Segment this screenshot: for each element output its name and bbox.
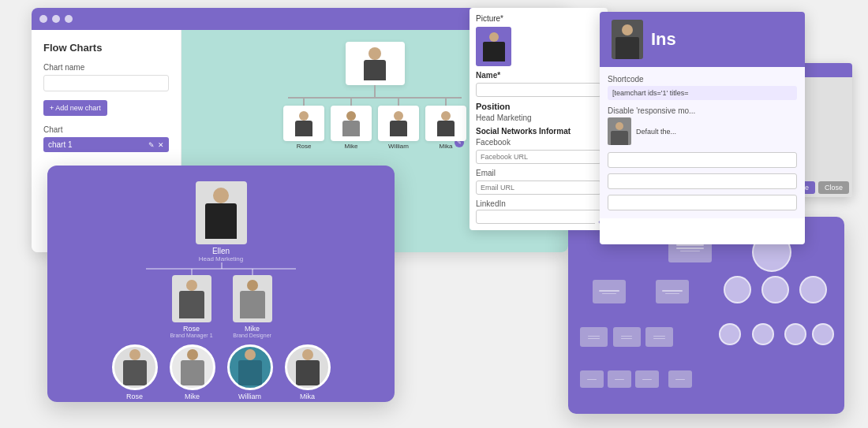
- circle-rose-name: Rose: [126, 393, 143, 400]
- hier-l4-1: [580, 370, 604, 388]
- person-head: [369, 47, 381, 60]
- purple-circles-row: Rose Mike William: [63, 344, 379, 400]
- hier-l2-1: [593, 280, 626, 303]
- purple-org-right: [568, 217, 844, 414]
- hl-f1: [587, 379, 597, 380]
- hier-circle-3a: [719, 323, 741, 345]
- circle-william: William: [227, 344, 273, 400]
- edit-icon[interactable]: ✎: [148, 141, 155, 149]
- circle-mika-name: Mika: [300, 393, 315, 400]
- circle-rose-avatar: [112, 344, 158, 390]
- purple-level2: Rose Brand Manager 1 Mike Brand Designer: [63, 269, 379, 338]
- child-head-4: [441, 111, 451, 121]
- dt-head: [615, 122, 623, 130]
- child-node-1: [283, 106, 324, 141]
- org-top-node: ✎: [346, 42, 405, 85]
- hier-l4-3: [635, 370, 659, 388]
- linkedin-input[interactable]: [476, 210, 601, 224]
- hl-a1: [599, 290, 619, 292]
- name-panel-label: Name*: [476, 71, 601, 80]
- email-input[interactable]: [476, 181, 601, 195]
- child-name-1: Rose: [297, 143, 312, 150]
- child-connector-1: [303, 98, 305, 106]
- ellen-figure: [205, 188, 237, 239]
- child-body-1: [295, 121, 312, 136]
- hier-circle-2b: [761, 276, 789, 303]
- dt-body: [611, 131, 628, 145]
- hier-l3-1: [580, 327, 608, 347]
- chart-section-label: Chart: [43, 125, 169, 134]
- hl2: [676, 247, 703, 249]
- position-panel-label: Position: [476, 102, 601, 111]
- form-text-input-3[interactable]: [608, 195, 797, 210]
- mike-node: Mike Brand Designer: [233, 269, 272, 338]
- thumb-figure: [483, 32, 505, 61]
- circle-mike-avatar: [170, 344, 215, 390]
- add-chart-button[interactable]: + Add new chart: [43, 100, 107, 116]
- ellen-head: [213, 188, 229, 203]
- hier-l3-2: [613, 327, 641, 347]
- ellen-name: Ellen: [212, 247, 230, 255]
- child-person-2: [342, 111, 360, 136]
- org-children-row: Rose Mike: [283, 98, 466, 150]
- rose-role: Brand Manager 1: [170, 333, 212, 338]
- position-value: Head Marketing: [476, 114, 601, 122]
- ellen-body: [205, 203, 237, 239]
- edit-avatar-body: [615, 37, 639, 59]
- circle-mika-avatar: [285, 344, 331, 390]
- cr-body: [123, 360, 147, 385]
- photo-close-button[interactable]: Close: [818, 181, 849, 194]
- hier-container: [580, 229, 832, 402]
- cw-body: [238, 360, 262, 385]
- hl-d1: [621, 336, 633, 337]
- disable-toggle: Default the...: [608, 117, 797, 145]
- circle-mika-figure: [296, 349, 320, 385]
- child-name-4: Mika: [440, 143, 453, 150]
- edit-form-header-text: Ins: [651, 29, 676, 50]
- mike-body: [240, 291, 265, 318]
- chart-item[interactable]: chart 1 ✎ ✕: [43, 137, 169, 152]
- child-node-2: [331, 106, 372, 141]
- form-text-input-2[interactable]: [608, 173, 797, 189]
- rose-figure: [179, 280, 204, 318]
- child-person-3: [390, 111, 407, 136]
- hier-l2-2: [656, 280, 689, 303]
- name-input[interactable]: [476, 83, 601, 97]
- circle-mike: Mike: [170, 344, 215, 400]
- edit-form-panel: Ins Shortcode [teamchart ids='1' titles=…: [600, 12, 805, 244]
- picture-panel-label: Picture*: [476, 14, 601, 23]
- mini-org-chart: ✎: [283, 42, 466, 150]
- org-child-2: Mike: [331, 98, 372, 150]
- mike-name: Mike: [245, 325, 260, 333]
- disable-label: Disable 'responsive mo...: [608, 106, 797, 115]
- form-text-input-1[interactable]: [608, 152, 797, 168]
- circle-rose-figure: [123, 349, 147, 385]
- hl-a2: [602, 293, 616, 294]
- purple-top-section: Ellen Head Marketing: [63, 181, 379, 262]
- hier-circle-3c: [784, 323, 806, 345]
- edit-form-top: Ins: [600, 12, 805, 67]
- chart-item-icons: ✎ ✕: [148, 141, 164, 149]
- facebook-input[interactable]: [476, 150, 601, 164]
- hl-i1: [675, 379, 685, 380]
- thumb-head: [489, 32, 499, 42]
- rose-node: Rose Brand Manager 1: [170, 269, 212, 338]
- org-child-3: William: [378, 98, 419, 150]
- edit-form-body: Shortcode [teamchart ids='1' titles= Dis…: [600, 67, 805, 218]
- disable-section: Disable 'responsive mo... Default the...: [608, 106, 797, 145]
- chart-item-name: chart 1: [48, 140, 73, 149]
- person-top: [364, 47, 386, 80]
- child-connector-4: [445, 98, 447, 106]
- hl-h1: [642, 379, 652, 380]
- rose-v-conn: [191, 269, 193, 275]
- child-name-2: Mike: [345, 143, 358, 150]
- facebook-label: Facebook: [476, 138, 601, 147]
- edit-avatar-head: [622, 24, 633, 35]
- child-connector-2: [350, 98, 352, 106]
- delete-icon[interactable]: ✕: [158, 141, 164, 149]
- disable-thumb: [608, 117, 631, 145]
- chart-name-input[interactable]: [43, 75, 169, 91]
- hl-c2: [588, 338, 600, 339]
- person-body: [364, 60, 386, 80]
- edit-form-avatar: [612, 20, 643, 59]
